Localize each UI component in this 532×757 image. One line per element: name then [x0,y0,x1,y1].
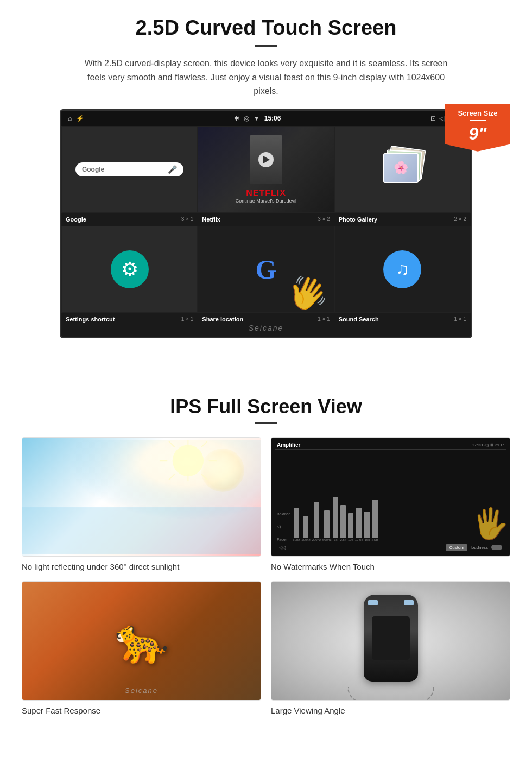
netflix-subtitle: Continue Marvel's Daredevil [236,198,296,204]
settings-label-cell: Settings shortcut 1 × 1 [61,315,198,324]
status-left: ⌂ ⚡ [68,115,84,122]
flower-icon: 🌸 [394,161,408,175]
amp-bar-group-8: 12.5k [355,508,363,541]
settings-app-name: Settings shortcut [66,316,115,323]
sunlight-svg [22,438,261,556]
amp-bar-group-7: 10k [348,513,353,541]
usb-icon: ⚡ [76,115,84,122]
google-app-name: Google [66,216,86,223]
settings-gear-bg: ⚙ [111,250,149,288]
home-icon[interactable]: ⌂ [68,115,72,122]
amp-bar-label-1: 60hz [293,538,300,541]
ips-grid: No light reflecting under 360° direct su… [22,437,510,715]
amp-controls: Custom loudness [446,544,502,551]
share-location-cell[interactable]: G 👋 [198,226,334,313]
netflix-app-cell[interactable]: NETFLIX Continue Marvel's Daredevil [198,126,334,213]
amp-bar-group-9: 15k [364,512,370,541]
ips-item-car: Large Viewing Angle [271,581,510,715]
svg-point-1 [173,445,204,476]
share-app-name: Share location [202,316,243,323]
netflix-content: NETFLIX Continue Marvel's Daredevil [198,127,333,212]
badge-label: Screen Size [451,109,505,117]
google-maps-icon: G [256,254,277,285]
amp-bar-6[interactable] [340,505,346,538]
android-screen: ⌂ ⚡ ✱ ◎ ▼ 15:06 ⊡ ◁) ⊠ ▭ [60,109,472,338]
amp-bar-label-9: 15k [365,538,370,541]
car-top-view [358,595,423,687]
cheetah-watermark: Seicane [125,686,158,695]
ips-item-cheetah: 🐆 Seicane Super Fast Response [22,581,261,715]
amplifier-caption: No Watermarks When Touch [271,562,510,571]
amp-bar-5[interactable] [333,497,338,538]
netflix-logo: NETFLIX [246,188,286,198]
hand-pointing-icon: 👋 [288,274,328,312]
play-button[interactable] [258,152,274,167]
amp-bar-9[interactable] [364,512,370,538]
settings-app-cell[interactable]: ⚙ [61,226,198,313]
gallery-app-size: 2 × 2 [454,216,466,222]
top-labels-row: Google 3 × 1 Netflix 3 × 2 Photo Gallery… [61,213,471,226]
amp-status: 17:33 ◁) ⊠ ▭ ↩ [472,443,504,447]
google-search-bar[interactable]: Google 🎤 [75,162,183,176]
amp-bar-10[interactable] [372,500,378,538]
amp-bar-7[interactable] [348,513,353,538]
play-triangle-icon [263,156,270,163]
gallery-label-cell: Photo Gallery 2 × 2 [334,215,471,224]
photo-stack: 🌸 [381,148,424,191]
custom-button[interactable]: Custom [446,544,467,551]
amp-bar-label-6: 2.5k [340,538,346,541]
amp-bar-4[interactable] [324,510,330,538]
amp-title: Amplifier [277,442,300,448]
car-image-box [271,581,510,701]
netflix-label-cell: Netflix 3 × 2 [198,215,334,224]
device-wrapper: Screen Size 9" ⌂ ⚡ ✱ ◎ ▼ 15:06 ⊡ [54,109,478,338]
sound-label-cell: Sound Search 1 × 1 [334,315,471,324]
ips-item-sunlight: No light reflecting under 360° direct su… [22,437,261,571]
share-app-size: 1 × 1 [318,316,330,322]
amp-bar-3[interactable] [314,502,319,538]
location-icon: ◎ [244,115,249,122]
sunlight-image [22,438,261,556]
bottom-labels-row: Settings shortcut 1 × 1 Share location 1… [61,313,471,326]
amp-bar-label-7: 10k [348,538,353,541]
amp-bar-2[interactable] [303,516,308,538]
bluetooth-icon: ✱ [234,115,239,122]
google-label-cell: Google 3 × 1 [61,215,198,224]
netflix-app-size: 3 × 2 [318,216,330,222]
amp-bar-label-4: 500hz [322,538,331,541]
svg-rect-10 [22,507,261,554]
app-grid-bottom: ⚙ G 👋 ♫ [61,226,471,313]
amp-bar-1[interactable] [294,508,299,538]
amp-bar-8[interactable] [356,508,362,538]
amp-bars: 60hz 100hz 200hz [293,453,470,541]
status-center: ✱ ◎ ▼ 15:06 [234,115,281,122]
status-bar: ⌂ ⚡ ✱ ◎ ▼ 15:06 ⊡ ◁) ⊠ ▭ [61,111,471,126]
amp-bar-label-5: 1k [334,538,337,541]
sunlight-image-box [22,437,261,557]
gallery-app-name: Photo Gallery [339,216,378,223]
music-note-icon: ♫ [396,259,409,279]
share-label-cell: Share location 1 × 1 [198,315,334,324]
netflix-app-name: Netflix [202,216,220,223]
app-grid-top: Google 🎤 NETFLIX Continue [61,126,471,213]
google-text: Google [82,166,104,173]
loudness-toggle[interactable] [491,545,502,550]
amp-bar-group-2: 100hz [301,516,310,541]
amp-header: Amplifier 17:33 ◁) ⊠ ▭ ↩ [275,441,506,450]
google-app-cell[interactable]: Google 🎤 [61,126,198,213]
amp-bars-container: Balance ◁) Fader 60hz [275,452,506,542]
settings-app-size: 1 × 1 [181,316,194,322]
cheetah-image-box: 🐆 Seicane [22,581,261,701]
cheetah-caption: Super Fast Response [22,706,261,715]
ips-item-amplifier: Amplifier 17:33 ◁) ⊠ ▭ ↩ Balance ◁) Fade… [271,437,510,571]
amp-bar-group-1: 60hz [293,508,300,541]
title-divider [255,45,277,47]
google-cell-bg: Google 🎤 [62,127,197,212]
cheetah-icon: 🐆 [115,615,169,666]
amp-nav-prev[interactable]: ◁◁ [279,545,286,550]
amp-bar-label-2: 100hz [301,538,310,541]
google-mic-icon[interactable]: 🎤 [168,165,177,174]
wifi-icon: ▼ [254,115,260,122]
google-app-size: 3 × 1 [181,216,194,222]
sound-search-cell[interactable]: ♫ [334,226,471,313]
